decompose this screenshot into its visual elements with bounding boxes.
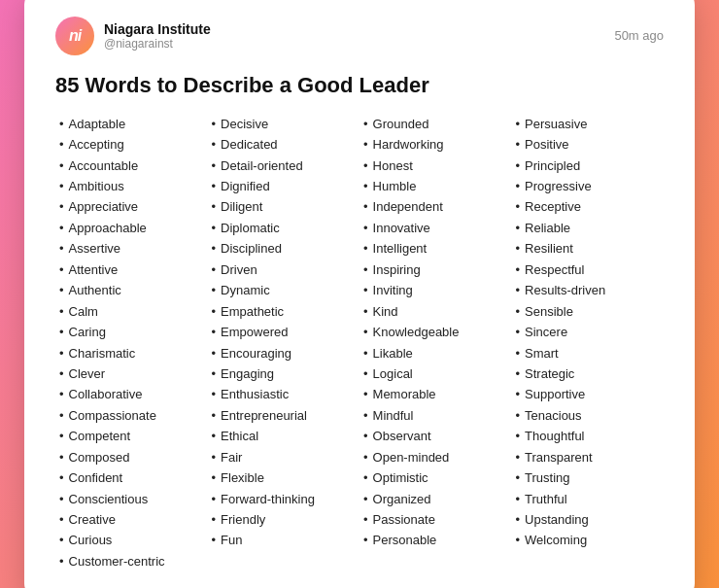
list-item: Disciplined: [212, 238, 357, 259]
list-item: Optimistic: [363, 467, 508, 488]
list-item: Customer-centric: [59, 551, 204, 571]
list-item: Memorable: [363, 384, 508, 404]
list-item: Attentive: [59, 259, 204, 280]
list-item: Organized: [363, 489, 508, 509]
list-item: Receptive: [516, 196, 661, 217]
word-columns: AdaptableAcceptingAccountableAmbitiousAp…: [55, 114, 664, 572]
list-item: Reliable: [516, 218, 661, 238]
list-item: Grounded: [363, 114, 508, 134]
list-item: Decisive: [212, 114, 357, 134]
list-item: Empathetic: [212, 301, 357, 322]
list-item: Enthusiastic: [212, 384, 357, 404]
list-item: Dedicated: [212, 134, 357, 155]
list-item: Humble: [363, 176, 508, 196]
list-item: Appreciative: [59, 196, 204, 217]
header: ni Niagara Institute @niagarainst 50m ag…: [55, 17, 664, 55]
list-item: Personable: [363, 530, 508, 550]
list-item: Independent: [363, 196, 508, 217]
list-item: Respectful: [516, 259, 661, 280]
word-column-2: DecisiveDedicatedDetail-orientedDignifie…: [208, 114, 360, 572]
list-item: Positive: [516, 134, 661, 155]
list-item: Empowered: [212, 322, 357, 342]
list-item: Engaging: [212, 363, 357, 384]
list-item: Hardworking: [363, 134, 508, 155]
logo-icon: ni: [69, 27, 81, 45]
list-item: Ethical: [212, 426, 357, 446]
list-item: Sincere: [516, 322, 661, 342]
list-item: Thoughtful: [516, 426, 661, 446]
word-column-3: GroundedHardworkingHonestHumbleIndepende…: [360, 114, 512, 572]
list-item: Innovative: [363, 218, 508, 238]
list-item: Approachable: [59, 218, 204, 238]
list-item: Curious: [59, 530, 204, 550]
list-item: Charismatic: [59, 343, 204, 363]
word-list-4: PersuasivePositivePrincipledProgressiveR…: [516, 114, 661, 551]
list-item: Calm: [59, 301, 204, 322]
list-item: Driven: [212, 259, 357, 280]
list-item: Confident: [59, 467, 204, 488]
word-list-3: GroundedHardworkingHonestHumbleIndepende…: [363, 114, 508, 551]
list-item: Conscientious: [59, 489, 204, 509]
list-item: Welcoming: [516, 530, 661, 550]
list-item: Tenacious: [516, 405, 661, 426]
list-item: Encouraging: [212, 343, 357, 363]
card: ni Niagara Institute @niagarainst 50m ag…: [24, 0, 695, 588]
list-item: Caring: [59, 322, 204, 342]
list-item: Dynamic: [212, 280, 357, 300]
list-item: Observant: [363, 426, 508, 446]
list-item: Accountable: [59, 156, 204, 176]
list-item: Supportive: [516, 384, 661, 404]
list-item: Mindful: [363, 405, 508, 426]
list-item: Diligent: [212, 196, 357, 217]
list-item: Knowledgeable: [363, 322, 508, 342]
list-item: Friendly: [212, 509, 357, 530]
list-item: Passionate: [363, 509, 508, 530]
list-item: Truthful: [516, 489, 661, 509]
list-item: Ambitious: [59, 176, 204, 196]
list-item: Forward-thinking: [212, 489, 357, 509]
list-item: Collaborative: [59, 384, 204, 404]
word-column-1: AdaptableAcceptingAccountableAmbitiousAp…: [55, 114, 208, 572]
list-item: Kind: [363, 301, 508, 322]
list-item: Intelligent: [363, 238, 508, 259]
logo: ni: [55, 17, 94, 55]
org-handle: @niagarainst: [104, 37, 211, 51]
list-item: Compassionate: [59, 405, 204, 426]
list-item: Detail-oriented: [212, 156, 357, 176]
list-item: Strategic: [516, 363, 661, 384]
list-item: Trusting: [516, 467, 661, 488]
org-info: Niagara Institute @niagarainst: [104, 21, 211, 51]
list-item: Accepting: [59, 134, 204, 155]
list-item: Sensible: [516, 301, 661, 322]
list-item: Diplomatic: [212, 218, 357, 238]
list-item: Creative: [59, 509, 204, 530]
list-item: Entrepreneurial: [212, 405, 357, 426]
timestamp: 50m ago: [614, 28, 664, 43]
list-item: Results-driven: [516, 280, 661, 300]
list-item: Flexible: [212, 467, 357, 488]
list-item: Smart: [516, 343, 661, 363]
list-item: Inspiring: [363, 259, 508, 280]
word-list-2: DecisiveDedicatedDetail-orientedDignifie…: [212, 114, 357, 551]
list-item: Transparent: [516, 447, 661, 467]
list-item: Clever: [59, 363, 204, 384]
list-item: Dignified: [212, 176, 357, 196]
org-name: Niagara Institute: [104, 21, 211, 37]
list-item: Composed: [59, 447, 204, 467]
list-item: Persuasive: [516, 114, 661, 134]
list-item: Inviting: [363, 280, 508, 300]
page-title: 85 Words to Describe a Good Leader: [55, 73, 664, 98]
list-item: Resilient: [516, 238, 661, 259]
list-item: Authentic: [59, 280, 204, 300]
list-item: Logical: [363, 363, 508, 384]
header-left: ni Niagara Institute @niagarainst: [55, 17, 211, 55]
list-item: Adaptable: [59, 114, 204, 134]
list-item: Assertive: [59, 238, 204, 259]
list-item: Honest: [363, 156, 508, 176]
list-item: Fair: [212, 447, 357, 467]
list-item: Principled: [516, 156, 661, 176]
list-item: Upstanding: [516, 509, 661, 530]
list-item: Competent: [59, 426, 204, 446]
list-item: Fun: [212, 530, 357, 550]
word-column-4: PersuasivePositivePrincipledProgressiveR…: [512, 114, 665, 572]
